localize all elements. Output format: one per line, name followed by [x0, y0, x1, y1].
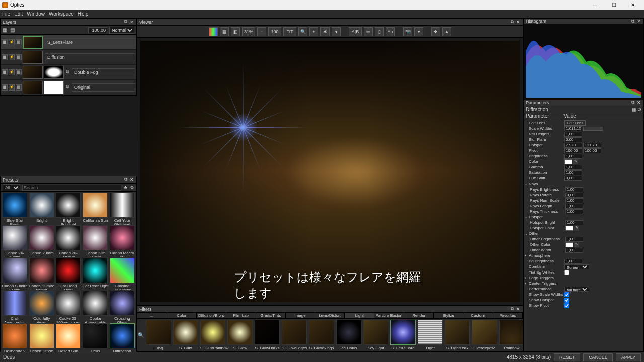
picker-icon[interactable]: ✎	[574, 242, 579, 247]
more-icon[interactable]: ▾	[414, 27, 423, 36]
marker-icon[interactable]: ✱	[320, 27, 330, 36]
preset-item[interactable]: California Sun	[82, 193, 108, 225]
zoom-100[interactable]: 100	[268, 27, 281, 36]
preset-item[interactable]: Canon 28mm	[28, 225, 54, 257]
split-h-icon[interactable]: ▭	[364, 27, 373, 36]
layer-fx-icon[interactable]: ⚡	[9, 69, 15, 75]
undock-icon[interactable]: ⧉	[123, 20, 128, 25]
zoom-value[interactable]: 31%	[242, 27, 255, 36]
delete-layer-icon[interactable]: ▤	[10, 27, 15, 33]
preset-filter-select[interactable]: All	[3, 184, 20, 191]
add-layer-icon[interactable]: ▦	[3, 27, 7, 33]
param-input[interactable]	[565, 187, 583, 192]
close-panel-icon[interactable]: ✕	[636, 19, 641, 24]
preset-item[interactable]: Crossing Glass	[109, 291, 135, 323]
undock-icon[interactable]: ⧉	[510, 20, 515, 25]
filter-tab[interactable]: Image	[286, 313, 315, 319]
close-panel-icon[interactable]: ✕	[516, 20, 521, 25]
preset-item[interactable]: Car Head Light	[55, 258, 82, 290]
param-row[interactable]: ⌄Hotspot	[524, 214, 643, 220]
filter-tab[interactable]: Favorites	[493, 313, 523, 319]
layer-fx-icon[interactable]: ⚡	[9, 84, 15, 90]
param-input[interactable]	[564, 154, 582, 159]
preset-item[interactable]: Call Your Girlfriend	[109, 193, 135, 225]
param-input[interactable]	[564, 137, 582, 142]
preset-item[interactable]: Blue Star Burst	[2, 193, 28, 225]
channel-gray-icon[interactable]: ▦	[220, 27, 229, 36]
layer-menu-icon[interactable]: ▤	[16, 54, 22, 60]
filter-item[interactable]: S_LightLeak	[444, 320, 470, 350]
filter-tab[interactable]: Diffusion/Blurs	[197, 313, 226, 319]
layer-fx-icon[interactable]: ⚡	[9, 54, 15, 60]
param-input[interactable]	[564, 143, 582, 148]
close-button[interactable]: ✕	[624, 1, 642, 10]
layer-fx-icon[interactable]: ⚡	[9, 39, 15, 45]
preset-item[interactable]: Colorfully Away	[28, 291, 54, 323]
param-button[interactable]: Edit Lens	[564, 120, 586, 126]
param-row[interactable]: ›Atmosphere	[524, 253, 643, 258]
param-row[interactable]: ⌄Other	[524, 231, 643, 236]
preset-item[interactable]: Bright	[28, 193, 54, 225]
layer-visible-icon[interactable]: ▦	[2, 69, 8, 75]
filter-tab[interactable]: ...	[137, 313, 167, 319]
zoom-icon[interactable]: 🔍	[298, 27, 307, 36]
undock-icon[interactable]: ⧉	[630, 19, 635, 24]
menu-window[interactable]: Window	[27, 11, 45, 17]
param-input[interactable]	[565, 198, 583, 203]
split-v-icon[interactable]: ▯	[375, 27, 384, 36]
dropdown-icon[interactable]: ▾	[332, 27, 341, 36]
menu-help[interactable]: Help	[78, 11, 89, 17]
filter-item[interactable]: Key Light	[363, 320, 389, 350]
reset-preset-icon[interactable]: ↺	[637, 107, 641, 112]
filter-tab[interactable]: Custom	[463, 313, 493, 319]
zoom-in-icon[interactable]: +	[309, 27, 318, 36]
link-icon[interactable]: ⛓	[65, 70, 70, 74]
param-input[interactable]	[564, 170, 582, 175]
preset-item[interactable]: Canon Sumire 85mm	[28, 258, 54, 290]
cancel-button[interactable]: CANCEL	[583, 353, 613, 361]
layer-visible-icon[interactable]: ▦	[2, 39, 8, 45]
filter-item[interactable]: S_GlowRings	[308, 320, 335, 350]
viewer-canvas[interactable]: プリセットは様々なフレアを網羅します	[137, 38, 523, 305]
layer-name[interactable]: Double Fog	[72, 68, 135, 76]
link-icon[interactable]: ⛓	[65, 85, 70, 89]
param-input[interactable]	[565, 193, 583, 198]
param-input[interactable]	[565, 220, 583, 225]
filter-item[interactable]: S_Glow	[227, 320, 253, 350]
param-row[interactable]: ⌄Rays	[524, 181, 643, 187]
param-input[interactable]	[564, 126, 582, 131]
filter-item[interactable]: S_GlintRainbow	[200, 320, 226, 350]
preset-item[interactable]: Canon K35 18mm	[82, 225, 108, 257]
preset-item[interactable]: Cooke Anamorphic Special Flare	[82, 291, 108, 323]
picker-icon[interactable]: ✎	[573, 159, 578, 164]
param-input[interactable]	[565, 204, 583, 209]
zoom-fit[interactable]: FIT	[283, 27, 296, 36]
channel-rgb-icon[interactable]	[209, 27, 218, 36]
picker-icon[interactable]: ✎	[574, 226, 579, 231]
close-panel-icon[interactable]: ✕	[636, 100, 641, 105]
param-input[interactable]	[564, 132, 582, 137]
filter-tab[interactable]: Stylize	[434, 313, 463, 319]
color-swatch[interactable]	[565, 226, 573, 231]
filter-item[interactable]: S_Glint	[173, 320, 199, 350]
mask-icon[interactable]: ◧	[231, 27, 240, 36]
minimize-button[interactable]: ─	[586, 1, 604, 10]
layer-visible-icon[interactable]: ▦	[2, 54, 8, 60]
layer-thumb[interactable]	[23, 36, 43, 49]
param-input[interactable]	[565, 237, 583, 242]
layer-row[interactable]: ▦⚡▤Diffusion	[1, 50, 136, 65]
preset-item[interactable]: Canon Sumire 24mm	[2, 258, 28, 290]
param-checkbox[interactable]	[564, 270, 569, 275]
undock-icon[interactable]: ⧉	[510, 307, 515, 312]
star-icon[interactable]: ★	[123, 185, 128, 190]
close-panel-icon[interactable]: ✕	[516, 307, 521, 312]
filter-item[interactable]: Overexpose	[471, 320, 498, 350]
param-input[interactable]	[565, 248, 583, 253]
preset-item[interactable]: Diffraction	[109, 323, 135, 355]
filter-item[interactable]: S_LensFlare	[390, 320, 416, 350]
preset-item[interactable]: Deus	[82, 323, 108, 355]
layer-name[interactable]: Diffusion	[45, 53, 135, 61]
param-select[interactable]: full flare	[564, 287, 589, 292]
layer-menu-icon[interactable]: ▤	[16, 39, 22, 45]
filter-tab[interactable]: Lens/Distort	[315, 313, 345, 319]
